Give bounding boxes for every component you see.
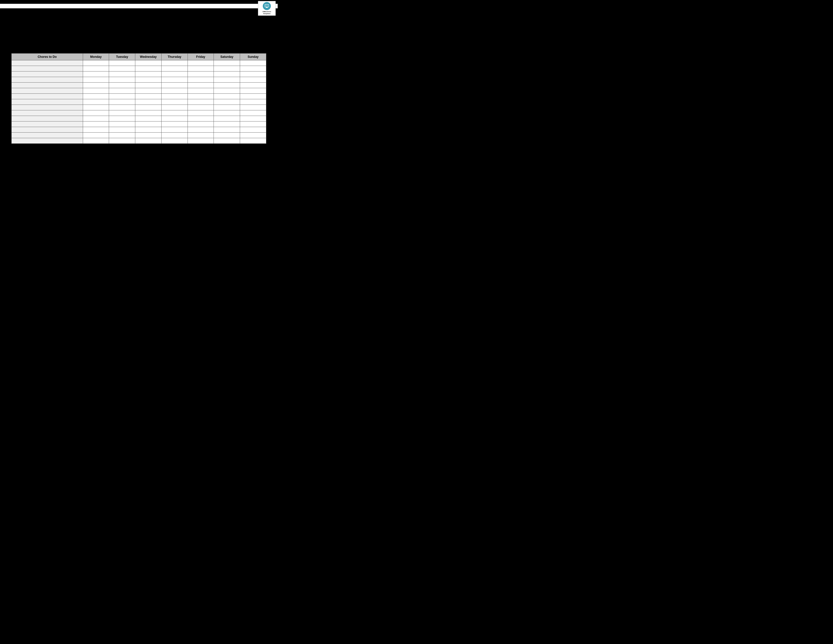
chore-name-cell[interactable] xyxy=(11,105,83,110)
day-cell[interactable] xyxy=(135,60,162,66)
day-cell[interactable] xyxy=(109,121,135,127)
day-cell[interactable] xyxy=(135,110,162,116)
day-cell[interactable] xyxy=(83,99,109,105)
day-cell[interactable] xyxy=(109,88,135,94)
chore-name-cell[interactable] xyxy=(11,82,83,88)
day-cell[interactable] xyxy=(214,138,240,144)
day-cell[interactable] xyxy=(135,127,162,133)
day-cell[interactable] xyxy=(109,82,135,88)
day-cell[interactable] xyxy=(161,121,188,127)
day-cell[interactable] xyxy=(214,105,240,110)
day-cell[interactable] xyxy=(161,110,188,116)
day-cell[interactable] xyxy=(83,82,109,88)
day-cell[interactable] xyxy=(240,110,266,116)
day-cell[interactable] xyxy=(214,82,240,88)
day-cell[interactable] xyxy=(161,60,188,66)
day-cell[interactable] xyxy=(161,138,188,144)
day-cell[interactable] xyxy=(188,127,214,133)
day-cell[interactable] xyxy=(135,105,162,110)
day-cell[interactable] xyxy=(188,88,214,94)
day-cell[interactable] xyxy=(240,94,266,99)
day-cell[interactable] xyxy=(188,110,214,116)
day-cell[interactable] xyxy=(135,82,162,88)
day-cell[interactable] xyxy=(161,133,188,138)
chore-name-cell[interactable] xyxy=(11,133,83,138)
day-cell[interactable] xyxy=(161,82,188,88)
day-cell[interactable] xyxy=(188,94,214,99)
day-cell[interactable] xyxy=(109,99,135,105)
day-cell[interactable] xyxy=(240,133,266,138)
chore-name-cell[interactable] xyxy=(11,127,83,133)
day-cell[interactable] xyxy=(135,133,162,138)
chore-name-cell[interactable] xyxy=(11,66,83,71)
day-cell[interactable] xyxy=(214,116,240,121)
day-cell[interactable] xyxy=(240,138,266,144)
day-cell[interactable] xyxy=(188,116,214,121)
day-cell[interactable] xyxy=(240,99,266,105)
day-cell[interactable] xyxy=(83,88,109,94)
day-cell[interactable] xyxy=(188,138,214,144)
day-cell[interactable] xyxy=(161,105,188,110)
day-cell[interactable] xyxy=(83,121,109,127)
day-cell[interactable] xyxy=(188,121,214,127)
chore-name-cell[interactable] xyxy=(11,60,83,66)
day-cell[interactable] xyxy=(188,66,214,71)
day-cell[interactable] xyxy=(188,105,214,110)
day-cell[interactable] xyxy=(135,71,162,77)
day-cell[interactable] xyxy=(83,138,109,144)
day-cell[interactable] xyxy=(83,110,109,116)
day-cell[interactable] xyxy=(109,71,135,77)
chore-name-cell[interactable] xyxy=(11,110,83,116)
day-cell[interactable] xyxy=(214,77,240,82)
day-cell[interactable] xyxy=(135,66,162,71)
day-cell[interactable] xyxy=(109,133,135,138)
day-cell[interactable] xyxy=(214,99,240,105)
day-cell[interactable] xyxy=(83,66,109,71)
day-cell[interactable] xyxy=(214,121,240,127)
day-cell[interactable] xyxy=(240,116,266,121)
day-cell[interactable] xyxy=(109,77,135,82)
day-cell[interactable] xyxy=(109,138,135,144)
day-cell[interactable] xyxy=(240,88,266,94)
day-cell[interactable] xyxy=(188,82,214,88)
day-cell[interactable] xyxy=(83,94,109,99)
day-cell[interactable] xyxy=(83,133,109,138)
day-cell[interactable] xyxy=(83,60,109,66)
day-cell[interactable] xyxy=(214,94,240,99)
day-cell[interactable] xyxy=(161,71,188,77)
day-cell[interactable] xyxy=(135,138,162,144)
day-cell[interactable] xyxy=(135,88,162,94)
day-cell[interactable] xyxy=(188,60,214,66)
day-cell[interactable] xyxy=(161,116,188,121)
chore-name-cell[interactable] xyxy=(11,121,83,127)
day-cell[interactable] xyxy=(135,121,162,127)
day-cell[interactable] xyxy=(188,77,214,82)
day-cell[interactable] xyxy=(161,94,188,99)
day-cell[interactable] xyxy=(240,60,266,66)
day-cell[interactable] xyxy=(135,94,162,99)
chore-name-cell[interactable] xyxy=(11,138,83,144)
chore-name-cell[interactable] xyxy=(11,71,83,77)
day-cell[interactable] xyxy=(109,60,135,66)
day-cell[interactable] xyxy=(161,88,188,94)
day-cell[interactable] xyxy=(240,82,266,88)
day-cell[interactable] xyxy=(109,66,135,71)
day-cell[interactable] xyxy=(109,116,135,121)
day-cell[interactable] xyxy=(214,60,240,66)
day-cell[interactable] xyxy=(188,71,214,77)
day-cell[interactable] xyxy=(83,77,109,82)
day-cell[interactable] xyxy=(214,71,240,77)
day-cell[interactable] xyxy=(240,77,266,82)
day-cell[interactable] xyxy=(214,110,240,116)
day-cell[interactable] xyxy=(214,88,240,94)
day-cell[interactable] xyxy=(161,99,188,105)
day-cell[interactable] xyxy=(83,105,109,110)
chore-name-cell[interactable] xyxy=(11,77,83,82)
day-cell[interactable] xyxy=(161,77,188,82)
chore-name-cell[interactable] xyxy=(11,88,83,94)
day-cell[interactable] xyxy=(135,77,162,82)
day-cell[interactable] xyxy=(109,94,135,99)
day-cell[interactable] xyxy=(188,133,214,138)
day-cell[interactable] xyxy=(109,127,135,133)
day-cell[interactable] xyxy=(161,127,188,133)
